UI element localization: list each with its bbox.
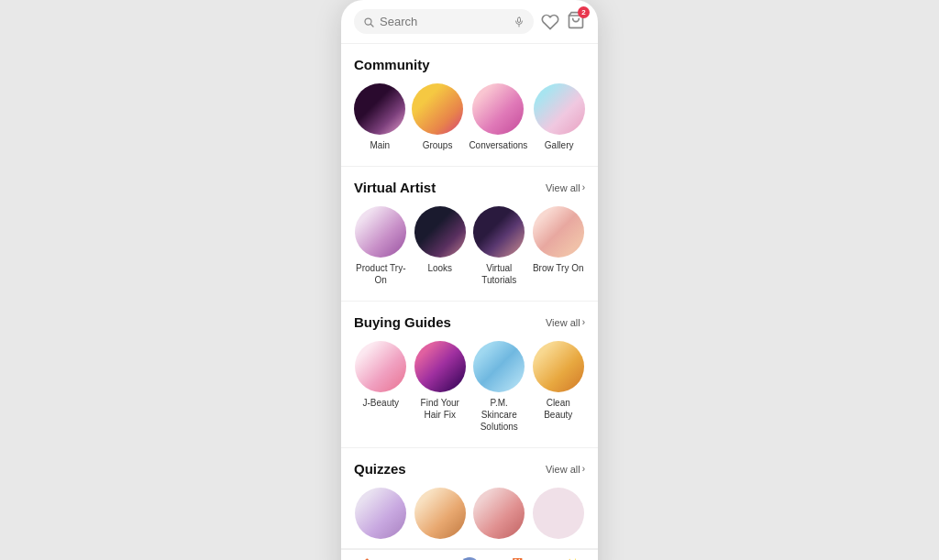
- buying-guides-item-clean-beauty[interactable]: Clean Beauty: [532, 341, 586, 433]
- quizzes-header: Quizzes View all ›: [354, 461, 585, 477]
- community-grid: Main Groups Conversations Gallery: [354, 83, 585, 151]
- product-tryon-label: Product Try-On: [354, 262, 408, 286]
- virtual-artist-item-brow-tryon[interactable]: Brow Try On: [532, 206, 586, 286]
- chevron-right-icon: ›: [582, 464, 585, 474]
- quizzes-view-all[interactable]: View all ›: [546, 464, 585, 475]
- community-section: Community Main Groups Conversations Gal: [341, 44, 598, 167]
- quiz4-img: [533, 488, 584, 539]
- brow-tryon-label: Brow Try On: [533, 262, 584, 274]
- buying-guides-view-all[interactable]: View all ›: [546, 317, 585, 328]
- looks-label: Looks: [427, 262, 452, 274]
- community-item-groups[interactable]: Groups: [412, 83, 464, 151]
- community-main-img: [354, 83, 405, 135]
- brow-tryon-img: [533, 206, 584, 258]
- heart-icon[interactable]: [541, 13, 559, 31]
- hair-fix-label: Find Your Hair Fix: [414, 397, 468, 421]
- community-item-main[interactable]: Main: [354, 83, 406, 151]
- skincare-img: [473, 341, 525, 392]
- buying-guides-item-skincare[interactable]: P.M. Skincare Solutions: [472, 341, 526, 433]
- mic-icon[interactable]: [514, 16, 525, 27]
- community-item-gallery[interactable]: Gallery: [533, 83, 585, 151]
- community-groups-img: [412, 83, 463, 135]
- quizzes-item-3[interactable]: [472, 488, 526, 539]
- buying-guides-header: Buying Guides View all ›: [354, 314, 585, 330]
- virtual-tutorials-img: [473, 206, 525, 258]
- buying-guides-item-jbeauty[interactable]: J-Beauty: [354, 341, 408, 433]
- phone-frame: 2 Community Main Groups Conversations: [341, 0, 598, 560]
- community-item-conversations[interactable]: Conversations: [469, 83, 527, 151]
- clean-beauty-img: [533, 341, 584, 392]
- scroll-content[interactable]: Community Main Groups Conversations Gal: [341, 44, 598, 549]
- community-section-header: Community: [354, 57, 585, 72]
- buying-guides-item-hair-fix[interactable]: Find Your Hair Fix: [414, 341, 468, 433]
- community-conversations-img: [472, 83, 524, 135]
- product-tryon-img: [355, 206, 406, 258]
- hair-fix-img: [414, 341, 466, 392]
- virtual-artist-grid: Product Try-On Looks Virtual Tutorials B…: [354, 206, 585, 286]
- buying-guides-grid: J-Beauty Find Your Hair Fix P.M. Skincar…: [354, 341, 585, 433]
- community-groups-label: Groups: [423, 139, 453, 151]
- bottom-nav: 🏠 Home 🛍 Shop A Andrew 🏪 Stores ✨ Inspir…: [341, 549, 598, 560]
- quiz2-img: [414, 488, 466, 539]
- jbeauty-label: J-Beauty: [363, 397, 399, 409]
- community-title: Community: [354, 57, 430, 72]
- quizzes-title: Quizzes: [354, 461, 406, 477]
- virtual-artist-item-product-tryon[interactable]: Product Try-On: [354, 206, 408, 286]
- svg-line-1: [370, 24, 373, 27]
- quizzes-item-1[interactable]: [354, 488, 408, 539]
- community-main-label: Main: [370, 139, 391, 151]
- search-icon: [363, 16, 374, 27]
- clean-beauty-label: Clean Beauty: [532, 397, 586, 421]
- quiz1-img: [355, 488, 406, 539]
- buying-guides-section: Buying Guides View all › J-Beauty Find Y…: [341, 302, 598, 448]
- chevron-right-icon: ›: [582, 317, 585, 327]
- quizzes-item-4: [532, 488, 586, 539]
- quiz3-img: [473, 488, 525, 539]
- search-bar: 2: [341, 0, 598, 44]
- buying-guides-title: Buying Guides: [354, 314, 451, 330]
- svg-rect-2: [518, 17, 521, 23]
- cart-badge: 2: [578, 6, 590, 18]
- search-input[interactable]: [380, 15, 508, 28]
- community-gallery-label: Gallery: [545, 139, 574, 151]
- community-conversations-label: Conversations: [469, 139, 527, 151]
- jbeauty-img: [355, 341, 406, 392]
- virtual-artist-item-virtual-tutorials[interactable]: Virtual Tutorials: [472, 206, 526, 286]
- virtual-artist-header: Virtual Artist View all ›: [354, 180, 585, 195]
- virtual-artist-section: Virtual Artist View all › Product Try-On…: [341, 167, 598, 302]
- virtual-tutorials-label: Virtual Tutorials: [472, 262, 526, 286]
- skincare-label: P.M. Skincare Solutions: [472, 397, 526, 433]
- quizzes-section: Quizzes View all ›: [341, 448, 598, 549]
- search-input-wrap[interactable]: [354, 9, 534, 34]
- virtual-artist-item-looks[interactable]: Looks: [414, 206, 468, 286]
- cart-wrap[interactable]: 2: [567, 11, 585, 33]
- virtual-artist-title: Virtual Artist: [354, 180, 436, 195]
- quizzes-item-2[interactable]: [414, 488, 468, 539]
- virtual-artist-view-all[interactable]: View all ›: [546, 182, 585, 193]
- community-gallery-img: [534, 83, 585, 135]
- chevron-right-icon: ›: [582, 182, 585, 192]
- quizzes-grid: [354, 488, 585, 539]
- looks-img: [414, 206, 466, 258]
